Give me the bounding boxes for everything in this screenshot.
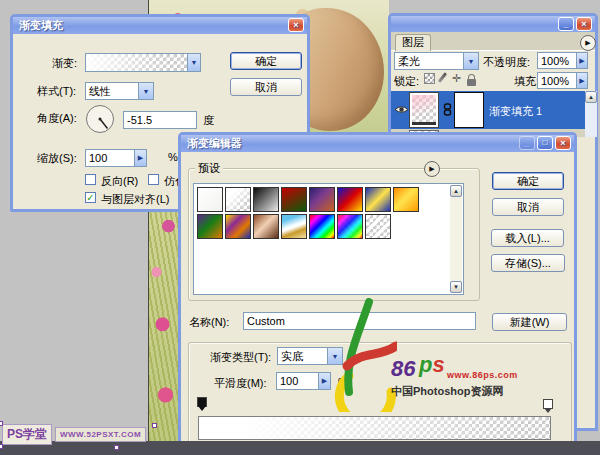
dither-checkbox[interactable] (148, 174, 159, 185)
smoothness-spinner-icon[interactable]: ▶ (318, 372, 331, 390)
layer-name[interactable]: 渐变填充 1 (489, 104, 542, 119)
close-icon[interactable]: × (576, 17, 592, 31)
opacity-input[interactable]: 100% (537, 52, 577, 69)
reverse-label: 反向(R) (101, 174, 138, 189)
layers-panel-tabrow: 图层 (391, 32, 595, 51)
close-icon[interactable]: × (288, 18, 304, 32)
panel-menu-icon[interactable]: ▶ (580, 35, 596, 51)
presets-menu-icon[interactable]: ▶ (424, 161, 440, 177)
lock-paint-icon[interactable] (438, 72, 447, 83)
scroll-down-icon[interactable]: ▼ (450, 281, 462, 293)
layer-thumbnail[interactable] (410, 93, 438, 127)
watermark-corner: PS学堂 WWW.52PSXT.COM (2, 424, 146, 445)
load-button[interactable]: 载入(L)... (491, 229, 564, 247)
scale-input[interactable]: 100 (85, 149, 135, 167)
ok-button[interactable]: 确定 (492, 172, 564, 190)
scale-label: 缩放(S): (37, 151, 77, 166)
align-label: 与图层对齐(L) (101, 192, 169, 207)
gradient-preset-copper[interactable] (253, 214, 279, 239)
lock-position-icon[interactable]: ✛ (452, 73, 461, 84)
style-label: 样式(T): (37, 84, 76, 99)
close-icon[interactable]: × (555, 136, 571, 150)
presets-label: 预设 (195, 161, 223, 176)
preset-grid (196, 186, 426, 240)
reverse-checkbox[interactable] (85, 174, 96, 185)
presets-scrollbar[interactable]: ▲ ▼ (450, 185, 462, 293)
angle-dial[interactable] (85, 104, 115, 137)
selection-handle[interactable] (0, 444, 3, 449)
angle-label: 角度(A): (37, 111, 77, 126)
fill-input[interactable]: 100% (537, 72, 577, 89)
minimize-icon[interactable]: _ (519, 136, 535, 150)
gradient-preset-chrome[interactable] (281, 214, 307, 239)
gradient-preset-orange-yellow-orange[interactable] (393, 187, 419, 212)
blend-mode-select[interactable]: 柔光 (394, 52, 464, 70)
name-input[interactable]: Custom (243, 312, 476, 330)
chevron-down-icon[interactable]: ▼ (327, 347, 343, 365)
opacity-label: 不透明度: (483, 55, 530, 70)
angle-input[interactable]: -51.5 (123, 111, 197, 129)
tab-layers[interactable]: 图层 (395, 34, 431, 51)
fill-spinner-icon[interactable]: ▶ (576, 72, 588, 89)
gradient-preset-transparent-stripes[interactable] (365, 214, 391, 239)
gradient-preset-violet-to-orange[interactable] (309, 187, 335, 212)
lock-label: 锁定: (394, 74, 419, 89)
gradient-editor-dialog: 渐变编辑器 _ □ × 预设 ▶ ▲ ▼ 确定 取消 载入(L)... 存储(S… (178, 132, 577, 443)
smoothness-unit: % (338, 376, 348, 388)
gradient-preset-foreground-to-background-white[interactable] (197, 187, 223, 212)
opacity-stop-right[interactable] (543, 399, 553, 409)
new-button[interactable]: 新建(W) (492, 313, 567, 331)
scroll-up-icon[interactable]: ▲ (450, 185, 462, 197)
cancel-button[interactable]: 取消 (230, 78, 302, 96)
dialog-title: 渐变编辑器 (187, 137, 242, 149)
gradient-preset-red-to-green[interactable] (281, 187, 307, 212)
gradient-preset-white-to-transparent[interactable] (225, 187, 251, 212)
scroll-up-icon[interactable]: ▲ (585, 91, 597, 103)
chevron-down-icon[interactable]: ▼ (138, 82, 154, 100)
smoothness-label: 平滑度(M): (214, 376, 267, 391)
chevron-down-icon[interactable]: ▼ (463, 52, 479, 70)
lock-transparency-icon[interactable] (424, 73, 435, 84)
dialog-title: 渐变填充 (19, 19, 63, 31)
selection-handle[interactable] (152, 423, 157, 428)
opacity-spinner-icon[interactable]: ▶ (576, 52, 588, 69)
eye-icon[interactable] (394, 104, 409, 118)
minimize-icon[interactable]: _ (558, 17, 574, 31)
layer-row-gradient-fill[interactable]: 渐变填充 1 (391, 91, 585, 129)
gradient-preview-swatch[interactable] (85, 53, 188, 72)
smoothness-input[interactable]: 100 (276, 372, 319, 390)
layers-panel-titlebar[interactable]: _ × (391, 16, 595, 33)
corner-watermark-url: WWW.52PSXT.COM (55, 427, 146, 442)
maximize-icon[interactable]: □ (537, 136, 553, 150)
gradient-type-select[interactable]: 实底 (277, 347, 328, 365)
gradient-label: 渐变: (52, 56, 77, 71)
gradient-preset-blue-yellow-blue[interactable] (365, 187, 391, 212)
save-button[interactable]: 存储(S)... (491, 254, 565, 272)
selection-handle[interactable] (0, 421, 3, 426)
gradient-preset-spectrum[interactable] (309, 214, 335, 239)
layer-mask-thumbnail[interactable] (455, 93, 483, 127)
gradient-fill-titlebar[interactable]: 渐变填充 × (13, 17, 307, 34)
gradient-preset-black-to-white[interactable] (253, 187, 279, 212)
style-select[interactable]: 线性 (85, 82, 139, 100)
gradient-edit-bar[interactable] (198, 416, 551, 440)
gradient-type-label: 渐变类型(T): (210, 350, 271, 365)
gradient-preset-transparent-rainbow[interactable] (337, 214, 363, 239)
mask-link-icon[interactable] (443, 103, 452, 119)
scale-unit: % (168, 151, 178, 163)
gradient-preset-blue-red-yellow[interactable] (337, 187, 363, 212)
scale-spinner-icon[interactable]: ▶ (134, 149, 147, 167)
gradient-editor-titlebar[interactable]: 渐变编辑器 _ □ × (181, 135, 574, 152)
opacity-stop-left[interactable] (197, 397, 207, 407)
ok-button[interactable]: 确定 (230, 52, 302, 70)
gradient-preset-violet-green-orange[interactable] (197, 214, 223, 239)
gradient-dropdown-icon[interactable]: ▼ (187, 53, 201, 72)
cancel-button[interactable]: 取消 (492, 198, 564, 216)
align-checkbox[interactable]: ✓ (85, 192, 96, 203)
selection-handle[interactable] (114, 445, 119, 450)
name-label: 名称(N): (189, 315, 229, 330)
gradient-preset-yellow-violet-orange-blue[interactable] (225, 214, 251, 239)
layers-scrollbar[interactable]: ▲ (585, 91, 597, 137)
lock-all-icon[interactable] (467, 79, 476, 86)
corner-watermark-name: PS学堂 (2, 424, 52, 445)
